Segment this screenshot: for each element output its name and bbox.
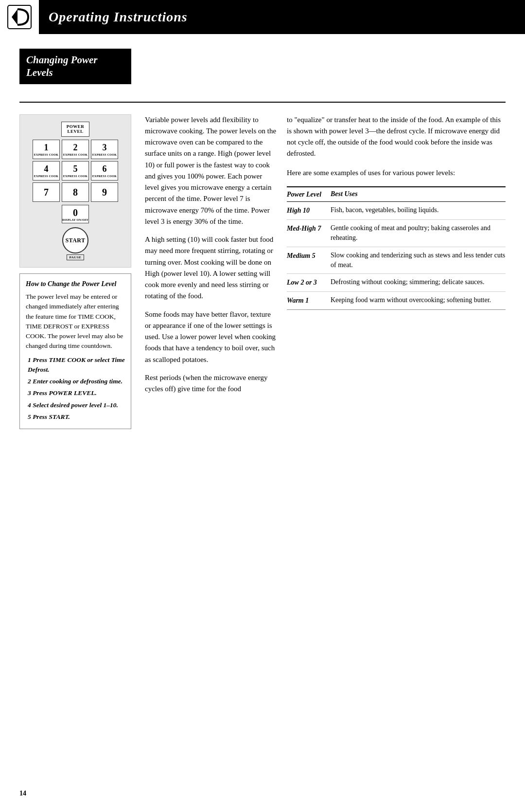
how-to-box: How to Change the Power Level The power … xyxy=(19,273,131,429)
section-heading: Changing Power Levels xyxy=(19,49,131,84)
key-0: 0 DISPLAY ON/OFF xyxy=(62,205,89,223)
how-to-title: How to Change the Power Level xyxy=(26,279,125,289)
middle-column: Variable power levels add flexibility to… xyxy=(136,114,287,402)
row-uses-1: Gentle cooking of meat and poultry; baki… xyxy=(331,223,506,243)
key-0-row: 0 DISPLAY ON/OFF xyxy=(62,205,89,223)
step-4: 4 Select desired power level 1–10. xyxy=(26,400,125,410)
row-level-2: Medium 5 xyxy=(287,251,331,261)
row-uses-2: Slow cooking and tenderizing such as ste… xyxy=(331,251,506,271)
row-level-3: Low 2 or 3 xyxy=(287,277,331,288)
left-column: POWERLEVEL 1 EXPRESS COOK 2 EXPRESS COOK… xyxy=(19,114,136,430)
header-title-area: Operating Instructions xyxy=(39,0,525,34)
table-row: High 10 Fish, bacon, vegetables, boiling… xyxy=(287,202,506,220)
table-row: Warm 1 Keeping food warm without overcoo… xyxy=(287,292,506,309)
table-row: Medium 5 Slow cooking and tenderizing su… xyxy=(287,247,506,274)
content-columns: POWERLEVEL 1 EXPRESS COOK 2 EXPRESS COOK… xyxy=(19,114,506,430)
table-row: Med-High 7 Gentle cooking of meat and po… xyxy=(287,220,506,247)
right-column: to "equalize" or transfer heat to the in… xyxy=(287,114,506,310)
mid-para-1: Variable power levels add flexibility to… xyxy=(145,114,278,228)
mid-para-4: Rest periods (when the microwave energy … xyxy=(145,372,278,395)
row-level-4: Warm 1 xyxy=(287,295,331,306)
keypad-diagram: POWERLEVEL 1 EXPRESS COOK 2 EXPRESS COOK… xyxy=(19,114,131,268)
page-header: Operating Instructions xyxy=(0,0,525,34)
key-7: 7 xyxy=(33,182,60,202)
power-level-table: Power Level Best Uses High 10 Fish, baco… xyxy=(287,186,506,310)
right-intro-1: to "equalize" or transfer heat to the in… xyxy=(287,114,506,160)
power-level-key: POWERLEVEL xyxy=(61,122,90,137)
mid-para-3: Some foods may have better flavor, textu… xyxy=(145,309,278,365)
key-9: 9 xyxy=(91,182,118,202)
pause-label: PAUSE xyxy=(67,254,85,260)
step-2: 2 Enter cooking or defrosting time. xyxy=(26,377,125,386)
row-uses-3: Defrosting without cooking; simmering; d… xyxy=(331,277,506,287)
step-1: 1 Press TIME COOK or select Time Defrost… xyxy=(26,355,125,375)
page-number: 14 xyxy=(19,790,26,797)
key-6: 6 EXPRESS COOK xyxy=(91,161,118,180)
key-5: 5 EXPRESS COOK xyxy=(62,161,89,180)
start-key: START xyxy=(62,227,88,253)
table-header: Power Level Best Uses xyxy=(287,187,506,202)
logo-area xyxy=(0,0,39,34)
row-uses-4: Keeping food warm without overcooking; s… xyxy=(331,295,506,305)
col-header-uses: Best Uses xyxy=(331,189,506,200)
step-3: 3 Press POWER LEVEL. xyxy=(26,388,125,398)
how-to-steps: 1 Press TIME COOK or select Time Defrost… xyxy=(26,355,125,422)
row-uses-0: Fish, bacon, vegetables, boiling liquids… xyxy=(331,205,506,215)
main-content: Changing Power Levels POWERLEVEL 1 EXPRE… xyxy=(0,34,525,449)
section-divider xyxy=(19,102,506,103)
key-3: 3 EXPRESS COOK xyxy=(91,140,118,159)
col-header-level: Power Level xyxy=(287,189,331,200)
key-4: 4 EXPRESS COOK xyxy=(33,161,60,180)
key-1: 1 EXPRESS COOK xyxy=(33,140,60,159)
key-8: 8 xyxy=(62,182,89,202)
row-level-1: Med-High 7 xyxy=(287,223,331,234)
logo-icon xyxy=(7,4,32,30)
step-5: 5 Press START. xyxy=(26,412,125,422)
table-row: Low 2 or 3 Defrosting without cooking; s… xyxy=(287,274,506,292)
how-to-body: The power level may be entered or change… xyxy=(26,292,125,351)
row-level-0: High 10 xyxy=(287,205,331,216)
mid-para-2: A high setting (10) will cook faster but… xyxy=(145,234,278,302)
header-title-text: Operating Instructions xyxy=(49,9,188,25)
key-2: 2 EXPRESS COOK xyxy=(62,140,89,159)
keypad-grid: 1 EXPRESS COOK 2 EXPRESS COOK 3 EXPRESS … xyxy=(33,140,118,202)
right-intro-2: Here are some examples of uses for vario… xyxy=(287,167,506,179)
